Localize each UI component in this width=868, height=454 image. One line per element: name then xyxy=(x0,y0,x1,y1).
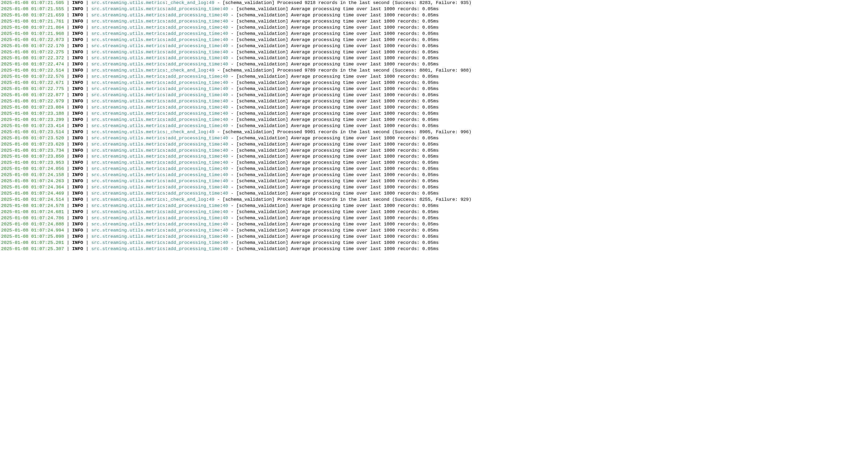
log-module: src.streaming.utils.metrics xyxy=(91,216,165,221)
log-separator: | xyxy=(86,228,91,233)
log-line: 2025-01-08 01:07:22.073 | INFO | src.str… xyxy=(1,37,867,43)
log-message: - [schema_validation] Average processing… xyxy=(228,142,439,147)
log-separator: | xyxy=(86,246,91,251)
log-line: 2025-01-08 01:07:21.761 | INFO | src.str… xyxy=(1,19,867,25)
log-colon: : xyxy=(165,191,168,196)
log-function: add_processing_time xyxy=(168,25,220,30)
log-module: src.streaming.utils.metrics xyxy=(91,12,165,18)
log-level: INFO xyxy=(72,56,83,61)
log-module: src.streaming.utils.metrics xyxy=(91,111,165,116)
log-separator: | xyxy=(64,62,72,67)
log-line: 2025-01-08 01:07:22.275 | INFO | src.str… xyxy=(1,49,867,56)
log-function: add_processing_time xyxy=(168,191,220,196)
log-line: 2025-01-08 01:07:21.505 | INFO | src.str… xyxy=(1,0,867,6)
log-lineno: 40 xyxy=(222,12,228,18)
log-colon: : xyxy=(220,43,222,48)
log-message: - [schema_validation] Average processing… xyxy=(228,105,439,110)
log-function: add_processing_time xyxy=(168,37,220,42)
log-message: - [schema_validation] Average processing… xyxy=(228,99,439,104)
log-separator: | xyxy=(64,31,72,36)
log-colon: : xyxy=(165,123,168,128)
log-level: INFO xyxy=(72,111,83,116)
log-colon: : xyxy=(220,222,222,227)
log-function: _check_and_log xyxy=(168,197,206,202)
log-colon: : xyxy=(165,154,168,159)
log-colon: : xyxy=(220,228,222,233)
log-lineno: 40 xyxy=(222,123,228,128)
log-line: 2025-01-08 01:07:23.414 | INFO | src.str… xyxy=(1,123,867,129)
log-module: src.streaming.utils.metrics xyxy=(91,50,165,55)
log-function: add_processing_time xyxy=(168,234,220,239)
log-timestamp: 2025-01-08 01:07:21.968 xyxy=(1,31,64,36)
log-timestamp: 2025-01-08 01:07:22.514 xyxy=(1,68,64,73)
log-colon: : xyxy=(165,93,168,98)
log-separator: | xyxy=(86,191,91,196)
log-separator: | xyxy=(86,6,91,11)
log-module: src.streaming.utils.metrics xyxy=(91,179,165,184)
log-function: add_processing_time xyxy=(168,117,220,122)
log-level: INFO xyxy=(72,62,83,67)
log-lineno: 40 xyxy=(222,105,228,110)
log-level: INFO xyxy=(72,80,83,85)
log-colon: : xyxy=(220,123,222,128)
log-colon: : xyxy=(165,234,168,239)
log-colon: : xyxy=(165,43,168,48)
log-colon: : xyxy=(165,228,168,233)
log-separator: | xyxy=(64,12,72,18)
log-level: INFO xyxy=(72,25,83,30)
log-separator: | xyxy=(64,222,72,227)
log-message: - [schema_validation] Average processing… xyxy=(228,179,439,184)
log-level: INFO xyxy=(72,191,83,196)
log-level-pad xyxy=(83,93,86,98)
log-level-pad xyxy=(83,216,86,221)
log-line: 2025-01-08 01:07:24.158 | INFO | src.str… xyxy=(1,172,867,178)
log-separator: | xyxy=(86,12,91,18)
log-separator: | xyxy=(86,209,91,215)
log-function: add_processing_time xyxy=(168,105,220,110)
log-colon: : xyxy=(220,185,222,190)
log-module: src.streaming.utils.metrics xyxy=(91,142,165,147)
log-level-pad xyxy=(83,117,86,122)
log-separator: | xyxy=(64,172,72,177)
log-message: - [schema_validation] Average processing… xyxy=(228,37,439,42)
log-function: add_processing_time xyxy=(168,179,220,184)
log-function: add_processing_time xyxy=(168,123,220,128)
log-colon: : xyxy=(165,31,168,36)
log-separator: | xyxy=(86,19,91,24)
log-message: - [schema_validation] Average processing… xyxy=(228,185,439,190)
log-colon: : xyxy=(165,136,168,141)
log-level-pad xyxy=(83,148,86,153)
log-module: src.streaming.utils.metrics xyxy=(91,228,165,233)
log-level-pad xyxy=(83,68,86,73)
log-separator: | xyxy=(86,142,91,147)
log-module: src.streaming.utils.metrics xyxy=(91,154,165,159)
log-lineno: 40 xyxy=(222,179,228,184)
log-function: add_processing_time xyxy=(168,6,220,11)
log-message: - [schema_validation] Average processing… xyxy=(228,240,439,245)
log-separator: | xyxy=(64,136,72,141)
log-function: add_processing_time xyxy=(168,19,220,24)
log-message: - [schema_validation] Average processing… xyxy=(228,111,439,116)
log-module: src.streaming.utils.metrics xyxy=(91,99,165,104)
log-lineno: 40 xyxy=(222,74,228,79)
log-message: - [schema_validation] Average processing… xyxy=(228,25,439,30)
log-separator: | xyxy=(64,123,72,128)
log-line: 2025-01-08 01:07:22.671 | INFO | src.str… xyxy=(1,80,867,86)
log-function: add_processing_time xyxy=(168,185,220,190)
log-separator: | xyxy=(64,43,72,48)
log-function: add_processing_time xyxy=(168,216,220,221)
log-colon: : xyxy=(220,166,222,171)
log-level: INFO xyxy=(72,228,83,233)
log-colon: : xyxy=(220,12,222,18)
log-separator: | xyxy=(86,62,91,67)
log-colon: : xyxy=(206,0,209,5)
log-level: INFO xyxy=(72,31,83,36)
log-separator: | xyxy=(86,25,91,30)
log-function: add_processing_time xyxy=(168,172,220,177)
log-line: 2025-01-08 01:07:23.953 | INFO | src.str… xyxy=(1,160,867,166)
log-separator: | xyxy=(64,80,72,85)
log-separator: | xyxy=(64,37,72,42)
log-output[interactable]: 2025-01-08 01:07:21.505 | INFO | src.str… xyxy=(1,0,867,252)
log-line: 2025-01-08 01:07:24.681 | INFO | src.str… xyxy=(1,209,867,215)
log-module: src.streaming.utils.metrics xyxy=(91,234,165,239)
